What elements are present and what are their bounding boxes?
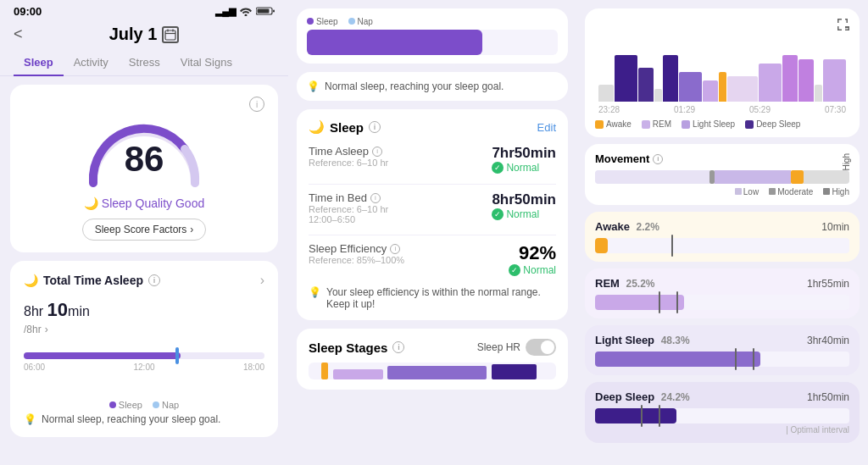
wifi-icon (239, 6, 253, 18)
svg-rect-2 (273, 9, 275, 12)
high-label: High (842, 153, 851, 171)
status-icons: ▂▄▆ (215, 6, 275, 18)
time-asleep-status: ✓ Normal (492, 162, 556, 174)
middle-legend: Sleep Nap (307, 17, 373, 26)
tib-info-icon[interactable]: i (370, 193, 381, 203)
sleep-score-number: 86 (125, 139, 164, 180)
metrics-header: 🌙 Sleep i Edit (309, 119, 556, 135)
movement-info-icon[interactable]: i (653, 154, 663, 164)
header-title: July 1 (109, 25, 180, 44)
light-marker1 (735, 348, 737, 370)
sleep-time-display: 8hr 10min (24, 295, 264, 322)
signal-icon: ▂▄▆ (215, 6, 236, 17)
back-button[interactable]: < (14, 25, 23, 43)
chart-marker (175, 347, 179, 364)
tab-activity[interactable]: Activity (64, 49, 119, 75)
moon-icon: 🌙 (84, 197, 98, 210)
tip-text: 💡 Normal sleep, reaching your sleep goal… (24, 413, 264, 425)
sleep-icon: 🌙 (309, 119, 325, 135)
awake-marker (671, 235, 673, 257)
chart-bar-fill (24, 352, 181, 359)
ta-info-icon[interactable]: i (372, 147, 382, 157)
awake-bar (595, 238, 849, 253)
deep-sleep-color (745, 120, 754, 129)
sleep-metrics-card: 🌙 Sleep i Edit Time Asleep i Reference: … (297, 109, 568, 320)
tab-bar: Sleep Activity Stress Vital Signs (0, 49, 288, 76)
calendar-icon[interactable] (162, 26, 179, 43)
goal-text: /8hr › (24, 324, 264, 335)
hypnogram-legend: Awake REM Light Sleep Deep Sleep (595, 119, 849, 129)
sleep-quality-label: 🌙 Sleep Quality Good (84, 197, 204, 210)
chevron-right-icon[interactable]: › (260, 273, 264, 288)
time-asleep-metric: Time Asleep i Reference: 6–10 hr 7hr50mi… (309, 145, 556, 174)
sleep-hr-toggle-container: Sleep HR (477, 339, 556, 356)
rem-color (642, 120, 650, 129)
rem-bar (595, 295, 849, 310)
toggle-knob (541, 340, 554, 354)
score-info-icon[interactable]: i (249, 97, 264, 112)
total-time-title: 🌙 Total Time Asleep i (24, 274, 160, 287)
header-nav: < July 1 (0, 21, 288, 49)
time-info-icon[interactable]: i (148, 274, 160, 286)
chart-bar-track (24, 352, 264, 359)
efficiency-status: ✓ Normal (509, 264, 556, 276)
middle-sleep-bar (307, 30, 558, 55)
sleep-score-factors-button[interactable]: Sleep Score Factors › (82, 219, 207, 241)
light-sleep-bar (595, 352, 849, 367)
movement-title: Movement i (595, 152, 849, 165)
movement-card: Movement i High Low Moderate High (585, 144, 860, 205)
deep-sleep-bar (595, 408, 849, 423)
gauge-container: 86 (76, 115, 212, 191)
deep-marker2 (659, 405, 660, 427)
rem-marker1 (659, 291, 660, 313)
light-sleep-color (682, 120, 690, 129)
sleep-info-icon[interactable]: i (369, 121, 381, 133)
tab-stress[interactable]: Stress (119, 49, 170, 75)
tab-vital-signs[interactable]: Vital Signs (170, 49, 242, 75)
awake-card: Awake 2.2% 10min (585, 212, 860, 262)
movement-legend: Low Moderate High (595, 187, 849, 197)
sleep-stages-card: Sleep Stages i Sleep HR (297, 329, 568, 390)
sleep-chart-area: 06:00 12:00 18:00 (24, 352, 264, 395)
light-marker2 (753, 348, 754, 370)
rem-marker2 (676, 291, 678, 313)
left-panel: 09:00 ▂▄▆ < July 1 Sleep Activity Stress… (0, 0, 288, 465)
header-date: July 1 (109, 25, 158, 44)
stages-mini-chart (309, 363, 556, 379)
divider-1 (309, 184, 556, 185)
card-title-row: 🌙 Total Time Asleep i › (24, 273, 264, 288)
time-axis: 23:28 01:29 05:29 07:30 (595, 105, 849, 114)
movement-bar (595, 170, 849, 184)
expand-button[interactable] (595, 17, 849, 30)
sleep-score-card: i 86 🌙 Sleep Quality Good Sleep Score F (10, 85, 278, 252)
edit-button[interactable]: Edit (537, 121, 556, 134)
time-display: 09:00 (14, 5, 42, 18)
sleep-hr-toggle[interactable] (526, 339, 556, 356)
moon-icon-small: 🌙 (24, 274, 38, 287)
hypnogram-card: 23:28 01:29 05:29 07:30 Awake REM Light … (585, 8, 860, 137)
chart-labels: 06:00 12:00 18:00 (24, 363, 264, 372)
status-bar: 09:00 ▂▄▆ (0, 0, 288, 21)
sleep-section-title: 🌙 Sleep i (309, 119, 381, 135)
efficiency-tip: 💡 Your sleep efficiency is within the no… (309, 286, 556, 310)
middle-panel: Sleep Nap 💡 Normal sleep, reaching your … (288, 0, 576, 465)
deep-marker1 (641, 405, 643, 427)
time-in-bed-metric: Time in Bed i Reference: 6–10 hr 12:00–6… (309, 191, 556, 224)
tab-sleep[interactable]: Sleep (14, 49, 64, 75)
light-sleep-card: Light Sleep 48.3% 3hr40min (585, 325, 860, 375)
se-info-icon[interactable]: i (390, 244, 400, 254)
hypnogram-chart (595, 34, 849, 102)
rem-card: REM 25.2% 1hr55min (585, 268, 860, 318)
total-time-asleep-card: 🌙 Total Time Asleep i › 8hr 10min /8hr › (10, 261, 278, 437)
stages-info-icon[interactable]: i (392, 341, 404, 353)
left-scroll-content: i 86 🌙 Sleep Quality Good Sleep Score F (0, 76, 288, 465)
middle-tip-card: 💡 Normal sleep, reaching your sleep goal… (297, 72, 568, 101)
time-in-bed-status: ✓ Normal (492, 208, 556, 220)
optimal-text: | Optimal interval (595, 425, 849, 435)
right-panel: 23:28 01:29 05:29 07:30 Awake REM Light … (576, 0, 868, 465)
stages-header: Sleep Stages i Sleep HR (309, 339, 556, 356)
middle-chart-card: Sleep Nap (297, 8, 568, 64)
chart-legend: Sleep Nap (24, 400, 264, 410)
svg-rect-1 (258, 8, 270, 13)
sleep-efficiency-metric: Sleep Efficiency i Reference: 85%–100% 9… (309, 242, 556, 276)
